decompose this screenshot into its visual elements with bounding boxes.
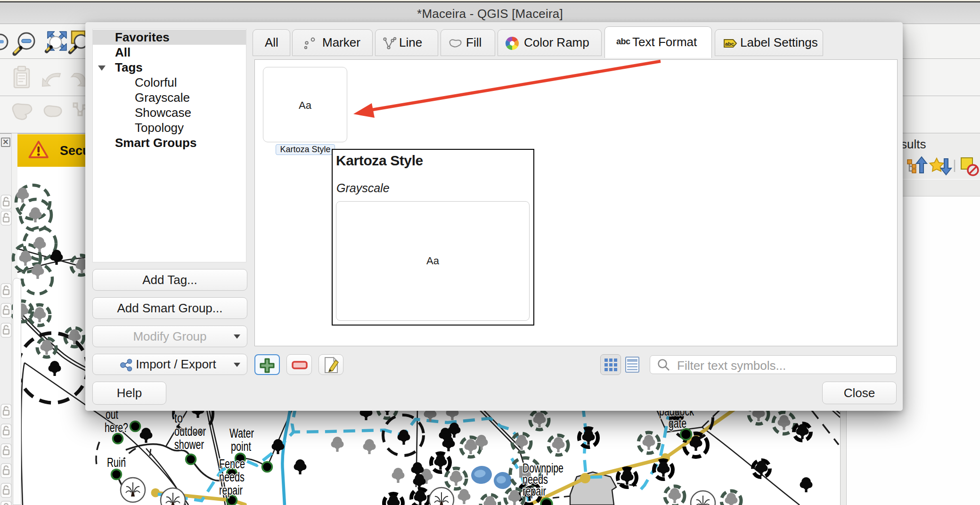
svg-text:point: point (231, 440, 251, 454)
svg-text:to: to (174, 411, 183, 425)
svg-text:shower: shower (174, 438, 204, 452)
svg-text:Fence: Fence (219, 457, 245, 471)
svg-text:gate: gate (669, 416, 686, 431)
svg-text:repair: repair (523, 484, 546, 498)
svg-text:needs: needs (219, 470, 245, 484)
svg-text:abc: abc (725, 41, 734, 47)
svg-text:outdoor: outdoor (174, 424, 206, 439)
svg-text:Water: Water (229, 426, 254, 440)
svg-text:repair: repair (219, 483, 243, 497)
svg-text:Ruin: Ruin (107, 456, 126, 470)
svg-text:here?: here? (105, 421, 128, 435)
